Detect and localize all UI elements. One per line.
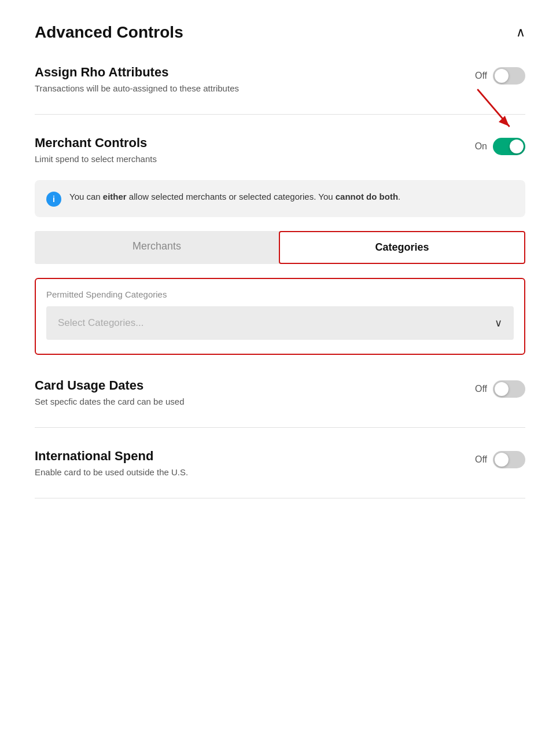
international-spend-description: Enable card to be used outside the U.S. <box>35 467 461 477</box>
merchant-controls-state-label: On <box>475 141 487 152</box>
assign-rho-state-label: Off <box>475 71 487 81</box>
tab-merchants[interactable]: Merchants <box>35 231 279 264</box>
merchant-controls-text: Merchant Controls Limit spend to select … <box>35 135 475 164</box>
international-spend-text: International Spend Enable card to be us… <box>35 449 475 477</box>
international-spend-state-label: Off <box>475 454 487 465</box>
assign-rho-text: Assign Rho Attributes Transactions will … <box>35 65 475 93</box>
merchant-controls-row: Merchant Controls Limit spend to select … <box>35 131 525 168</box>
categories-placeholder: Select Categories... <box>58 317 143 329</box>
card-usage-dates-state-label: Off <box>475 384 487 394</box>
international-spend-label: International Spend <box>35 449 461 464</box>
merchant-controls-thumb <box>510 140 524 153</box>
international-spend-row: International Spend Enable card to be us… <box>35 444 525 482</box>
divider-3 <box>35 498 525 498</box>
info-box: i You can either allow selected merchant… <box>35 180 525 217</box>
collapse-icon[interactable]: ∧ <box>516 25 525 40</box>
info-text: You can either allow selected merchants … <box>69 190 400 204</box>
divider-1 <box>35 114 525 115</box>
card-usage-dates-description: Set specfic dates the card can be used <box>35 397 461 406</box>
assign-rho-label: Assign Rho Attributes <box>35 65 461 80</box>
categories-section-label: Permitted Spending Categories <box>46 289 514 299</box>
tab-categories[interactable]: Categories <box>279 231 525 264</box>
merchant-controls-description: Limit spend to select merchants <box>35 154 461 164</box>
svg-marker-1 <box>499 116 509 126</box>
card-usage-dates-label: Card Usage Dates <box>35 378 461 393</box>
merchant-controls-toggle-group: On <box>475 138 525 155</box>
card-usage-dates-toggle-group: Off <box>475 380 525 398</box>
info-icon: i <box>46 192 61 207</box>
card-usage-dates-row: Card Usage Dates Set specfic dates the c… <box>35 373 525 411</box>
assign-rho-toggle[interactable] <box>493 67 525 85</box>
merchant-controls-toggle[interactable] <box>493 138 525 155</box>
assign-rho-thumb <box>495 69 509 83</box>
international-spend-toggle-group: Off <box>475 451 525 468</box>
assign-rho-description: Transactions will be auto-assigned to th… <box>35 83 461 93</box>
assign-rho-row: Assign Rho Attributes Transactions will … <box>35 60 525 98</box>
merchant-controls-label: Merchant Controls <box>35 135 461 151</box>
advanced-controls-header: Advanced Controls ∧ <box>35 23 525 42</box>
categories-select-dropdown[interactable]: Select Categories... ∨ <box>46 306 514 340</box>
international-spend-toggle[interactable] <box>493 451 525 468</box>
assign-rho-toggle-group: Off <box>475 67 525 85</box>
categories-box: Permitted Spending Categories Select Cat… <box>35 278 525 355</box>
divider-2 <box>35 427 525 428</box>
tab-switcher: Merchants Categories <box>35 231 525 264</box>
card-usage-dates-text: Card Usage Dates Set specfic dates the c… <box>35 378 475 406</box>
card-usage-dates-thumb <box>495 382 509 396</box>
page-title: Advanced Controls <box>35 23 183 42</box>
card-usage-dates-toggle[interactable] <box>493 380 525 398</box>
international-spend-thumb <box>495 453 509 467</box>
chevron-down-icon: ∨ <box>495 317 502 329</box>
